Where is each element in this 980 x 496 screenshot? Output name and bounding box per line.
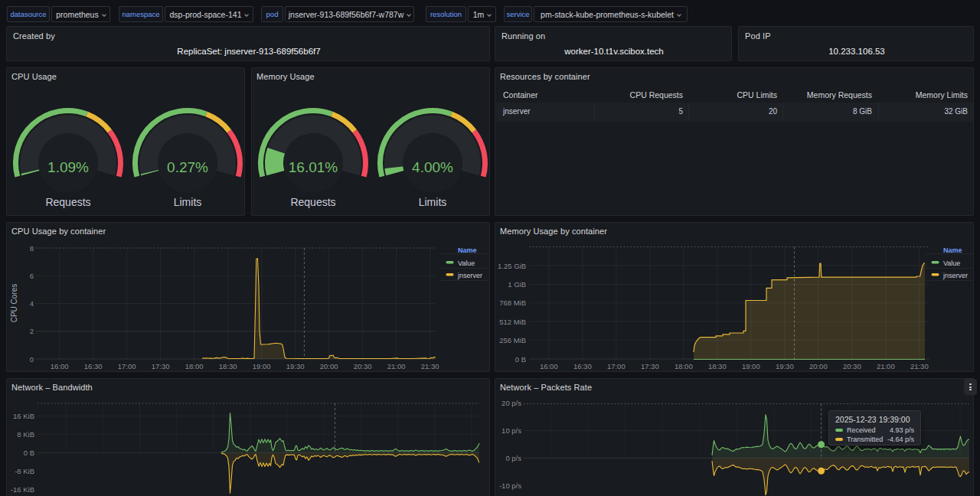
svg-text:Requests: Requests [290,196,335,208]
svg-text:Limits: Limits [419,196,447,208]
svg-text:-16 KiB: -16 KiB [11,485,34,494]
svg-text:6: 6 [30,272,34,280]
svg-text:19:30: 19:30 [286,362,305,370]
svg-text:18:30: 18:30 [708,362,727,370]
svg-text:18:30: 18:30 [219,362,237,370]
svg-text:17:00: 17:00 [607,362,626,370]
svg-text:20:00: 20:00 [320,362,338,370]
svg-text:1.25 GiB: 1.25 GiB [498,262,526,270]
svg-text:4: 4 [30,299,34,308]
svg-text:256 MiB: 256 MiB [499,336,526,344]
svg-text:CPU Cores: CPU Cores [10,284,18,323]
svg-text:17:30: 17:30 [152,362,170,370]
svg-text:Value: Value [943,259,960,267]
svg-text:16:00: 16:00 [51,362,69,370]
svg-text:-10 p/s: -10 p/s [499,481,521,490]
svg-text:Value: Value [458,259,475,267]
svg-text:Limits: Limits [174,196,202,208]
svg-text:19:00: 19:00 [742,362,760,370]
svg-text:18:00: 18:00 [675,362,693,370]
svg-text:512 MiB: 512 MiB [499,318,526,326]
svg-text:20:30: 20:30 [354,362,372,370]
svg-text:0 p/s: 0 p/s [505,454,521,462]
svg-text:16.01%: 16.01% [289,159,338,175]
svg-text:16:30: 16:30 [573,362,592,370]
svg-text:Name: Name [458,246,477,254]
svg-text:20:00: 20:00 [809,362,828,370]
svg-text:Name: Name [943,246,962,254]
svg-text:4.00%: 4.00% [412,159,453,175]
svg-text:16 KiB: 16 KiB [13,412,34,420]
svg-text:jnserver: jnserver [457,272,482,279]
svg-text:0.27%: 0.27% [167,159,208,175]
svg-text:21:00: 21:00 [387,362,406,370]
svg-text:8: 8 [30,244,34,253]
svg-text:0: 0 [30,355,34,364]
svg-text:21:30: 21:30 [421,362,439,370]
svg-text:17:30: 17:30 [641,362,659,370]
svg-text:0 B: 0 B [24,449,34,457]
svg-text:Requests: Requests [45,196,90,208]
svg-text:8 KiB: 8 KiB [17,430,34,439]
svg-text:jnserver: jnserver [942,272,968,279]
svg-text:21:30: 21:30 [910,362,929,370]
svg-text:21:00: 21:00 [877,362,895,370]
svg-text:16:00: 16:00 [540,362,558,370]
svg-text:768 MiB: 768 MiB [499,299,526,307]
svg-text:20:30: 20:30 [843,362,861,370]
svg-text:19:00: 19:00 [253,362,271,370]
svg-text:19:30: 19:30 [776,362,794,370]
svg-text:20 p/s: 20 p/s [501,399,521,407]
svg-text:16:30: 16:30 [84,362,103,370]
svg-text:0 B: 0 B [515,355,526,364]
svg-text:10 p/s: 10 p/s [501,426,521,435]
svg-text:1.09%: 1.09% [47,159,89,175]
svg-text:1 GiB: 1 GiB [508,280,526,289]
svg-text:18:00: 18:00 [185,362,204,370]
svg-text:-8 KiB: -8 KiB [15,467,34,475]
svg-text:2: 2 [30,327,34,335]
svg-text:17:00: 17:00 [118,362,136,370]
